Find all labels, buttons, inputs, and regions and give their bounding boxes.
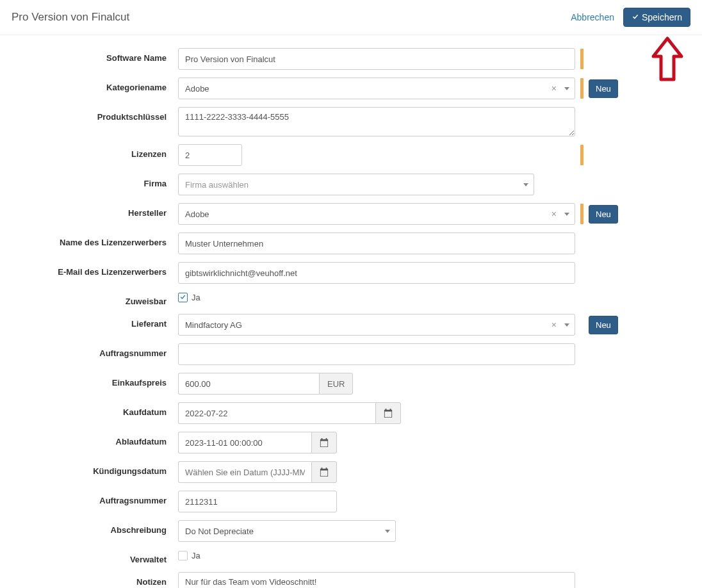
order-number-input[interactable] <box>178 343 575 365</box>
label-termination-date: Kündigungsdatum <box>12 461 178 476</box>
supplier-select-value: Mindfactory AG <box>185 320 242 330</box>
check-icon <box>632 13 639 21</box>
expiry-date-input[interactable] <box>178 432 311 453</box>
calendar-icon[interactable] <box>311 461 337 483</box>
header: Pro Version von Finalcut Abbrechen Speic… <box>0 0 702 35</box>
new-supplier-button[interactable]: Neu <box>589 316 618 334</box>
clear-icon[interactable]: × <box>549 320 559 330</box>
category-select-value: Adobe <box>185 84 209 94</box>
label-purchase-date: Kaufdatum <box>12 402 178 417</box>
managed-label: Ja <box>192 551 200 560</box>
label-manufacturer: Hersteller <box>12 203 178 218</box>
required-indicator <box>580 204 584 224</box>
depreciation-select-value: Do Not Depreciate <box>185 527 254 536</box>
manufacturer-select[interactable]: Adobe × <box>178 203 575 225</box>
check-icon <box>179 294 186 301</box>
clear-icon[interactable]: × <box>549 83 559 94</box>
clear-icon[interactable]: × <box>549 209 559 219</box>
chevron-down-icon <box>564 323 569 327</box>
label-product-key: Produktschlüssel <box>12 107 178 122</box>
label-category: Kategoriename <box>12 78 178 92</box>
assignable-label: Ja <box>192 293 200 302</box>
label-depreciation: Abschreibung <box>12 520 178 535</box>
header-actions: Abbrechen Speichern <box>571 8 690 27</box>
required-indicator <box>580 49 584 69</box>
termination-date-input[interactable] <box>178 461 311 483</box>
purchase-price-input[interactable] <box>178 373 319 395</box>
software-name-input[interactable] <box>178 48 575 70</box>
supplier-select[interactable]: Mindfactory AG × <box>178 314 575 336</box>
label-software-name: Software Name <box>12 48 178 63</box>
label-company: Firma <box>12 174 178 188</box>
required-indicator <box>580 145 584 165</box>
label-expiry-date: Ablaufdatum <box>12 432 178 446</box>
new-manufacturer-button[interactable]: Neu <box>589 205 618 224</box>
label-notes: Notizen <box>12 572 178 587</box>
depreciation-select[interactable]: Do Not Depreciate <box>178 520 396 542</box>
chevron-down-icon <box>385 530 390 533</box>
label-licensee-email: E-Mail des Lizenzerwerbers <box>12 262 178 277</box>
assignable-checkbox[interactable] <box>178 293 188 302</box>
page-title: Pro Version von Finalcut <box>12 11 129 24</box>
save-button[interactable]: Speichern <box>623 8 690 27</box>
licensee-name-input[interactable] <box>178 233 575 254</box>
purchase-date-input[interactable] <box>178 402 375 424</box>
form: Software Name Kategoriename Adobe × Neu … <box>0 35 702 588</box>
label-supplier: Lieferant <box>12 314 178 329</box>
licensee-email-input[interactable] <box>178 262 575 284</box>
chevron-down-icon <box>523 183 528 186</box>
order-number2-input[interactable] <box>178 491 337 512</box>
licenses-input[interactable] <box>178 144 242 166</box>
chevron-down-icon <box>564 213 569 216</box>
label-order-number2: Auftragsnummer <box>12 491 178 505</box>
company-select[interactable]: Firma auswählen <box>178 174 534 195</box>
category-select[interactable]: Adobe × <box>178 78 575 99</box>
required-indicator <box>580 78 584 99</box>
currency-addon: EUR <box>319 373 353 395</box>
product-key-input[interactable] <box>178 107 575 136</box>
company-select-placeholder: Firma auswählen <box>185 180 249 190</box>
calendar-icon[interactable] <box>311 432 337 453</box>
label-licenses: Lizenzen <box>12 144 178 159</box>
manufacturer-select-value: Adobe <box>185 209 209 219</box>
label-managed: Verwaltet <box>12 550 178 564</box>
managed-checkbox[interactable] <box>178 551 188 560</box>
cancel-link[interactable]: Abbrechen <box>571 12 614 22</box>
new-category-button[interactable]: Neu <box>589 79 618 98</box>
label-licensee-name: Name des Lizenzerwerbers <box>12 233 178 247</box>
label-order-number: Auftragsnummer <box>12 343 178 358</box>
save-button-label: Speichern <box>642 12 682 22</box>
chevron-down-icon <box>564 87 569 90</box>
notes-input[interactable] <box>178 572 575 588</box>
label-assignable: Zuweisbar <box>12 291 178 306</box>
label-purchase-price: Einkaufspreis <box>12 373 178 388</box>
calendar-icon[interactable] <box>375 402 401 424</box>
